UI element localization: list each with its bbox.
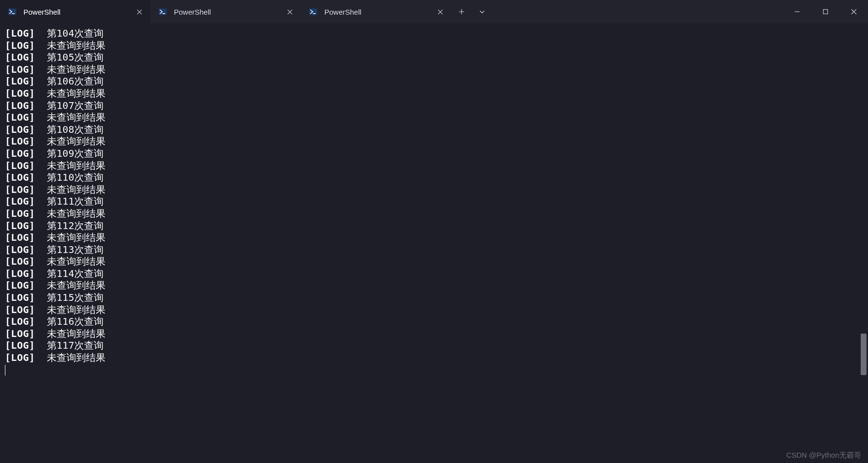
maximize-button[interactable] [811,0,840,23]
log-line: [LOG] 未查询到结果 [5,304,863,316]
svg-rect-3 [824,10,828,14]
log-line: [LOG] 第105次查询 [5,51,863,63]
scrollbar-thumb[interactable] [861,334,867,375]
close-tab-button[interactable] [134,6,145,17]
cursor-line [5,364,863,376]
log-line: [LOG] 第110次查询 [5,171,863,184]
log-line: [LOG] 未查询到结果 [5,184,863,196]
watermark-text: CSDN @Python无霸哥 [786,451,861,460]
tab-2[interactable]: PowerShell [301,0,451,23]
new-tab-button[interactable] [451,0,472,23]
log-line: [LOG] 第113次查询 [5,244,863,256]
log-line: [LOG] 未查询到结果 [5,279,863,292]
powershell-icon [309,7,318,16]
log-line: [LOG] 第114次查询 [5,268,863,280]
titlebar-spacer [492,0,783,23]
log-line: [LOG] 第104次查询 [5,27,863,40]
log-line: [LOG] 第117次查询 [5,339,863,352]
log-line: [LOG] 第115次查询 [5,292,863,304]
tab-title: PowerShell [324,8,435,16]
tabs-container: PowerShellPowerShellPowerShell [0,0,451,23]
log-line: [LOG] 第106次查询 [5,75,863,87]
log-line: [LOG] 未查询到结果 [5,232,863,244]
log-line: [LOG] 第112次查询 [5,220,863,232]
tab-dropdown-button[interactable] [472,0,492,23]
log-line: [LOG] 未查询到结果 [5,63,863,76]
log-line: [LOG] 第109次查询 [5,147,863,160]
minimize-button[interactable] [783,0,811,23]
close-button[interactable] [840,0,868,23]
log-line: [LOG] 未查询到结果 [5,255,863,268]
powershell-icon [8,7,17,16]
tab-title: PowerShell [174,8,284,16]
close-tab-button[interactable] [284,6,295,17]
vertical-scrollbar[interactable] [861,23,867,463]
log-line: [LOG] 未查询到结果 [5,328,863,340]
log-line: [LOG] 未查询到结果 [5,352,863,364]
log-line: [LOG] 未查询到结果 [5,135,863,147]
window-controls [783,0,868,23]
tab-title: PowerShell [23,8,134,16]
log-line: [LOG] 未查询到结果 [5,208,863,220]
tab-0[interactable]: PowerShell [0,0,150,23]
tab-1[interactable]: PowerShell [150,0,301,23]
window: PowerShellPowerShellPowerShell [LOG] 第10… [0,0,868,463]
close-tab-button[interactable] [435,6,445,17]
title-bar: PowerShellPowerShellPowerShell [0,0,868,23]
terminal-output[interactable]: [LOG] 第104次查询[LOG] 未查询到结果[LOG] 第105次查询[L… [0,23,868,463]
log-line: [LOG] 未查询到结果 [5,87,863,100]
log-line: [LOG] 未查询到结果 [5,111,863,124]
powershell-icon [158,7,167,16]
log-line: [LOG] 第107次查询 [5,100,863,112]
log-line: [LOG] 第108次查询 [5,124,863,136]
log-line: [LOG] 未查询到结果 [5,40,863,52]
log-line: [LOG] 未查询到结果 [5,160,863,172]
log-line: [LOG] 第111次查询 [5,195,863,208]
log-line: [LOG] 第116次查询 [5,316,863,328]
